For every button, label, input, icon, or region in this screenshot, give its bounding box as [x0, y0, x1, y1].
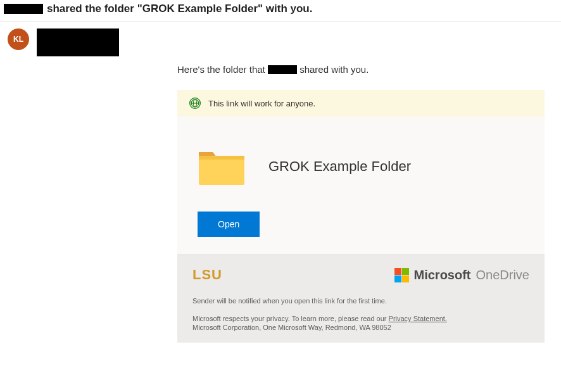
email-subject-bar: shared the folder "GROK Example Folder" …	[0, 0, 561, 22]
lsu-logo: LSU	[192, 267, 222, 283]
footer-logos: LSU Microsoft OneDrive	[192, 267, 529, 283]
subject-text: shared the folder "GROK Example Folder" …	[47, 3, 312, 15]
globe-icon	[189, 97, 201, 110]
banner-text: This link will work for anyone.	[208, 99, 315, 108]
corporate-address: Microsoft Corporation, One Microsoft Way…	[192, 324, 529, 331]
share-card: This link will work for anyone. GROK Exa…	[177, 90, 545, 343]
open-notification-notice: Sender will be notified when you open th…	[192, 297, 529, 305]
intro-line: Here's the folder that shared with you.	[177, 64, 545, 75]
svg-rect-4	[199, 156, 244, 185]
shared-item-row: GROK Example Folder	[198, 147, 524, 186]
email-subject: shared the folder "GROK Example Folder" …	[4, 3, 561, 15]
privacy-statement-link[interactable]: Privacy Statement.	[389, 315, 447, 322]
card-body: GROK Example Folder Open	[177, 117, 545, 255]
microsoft-icon	[394, 268, 409, 282]
email-header-row: KL	[0, 22, 561, 56]
open-button[interactable]: Open	[198, 212, 260, 237]
intro-after: shared with you.	[299, 64, 369, 75]
card-footer: LSU Microsoft OneDrive Sender will be no…	[177, 255, 545, 343]
link-scope-banner: This link will work for anyone.	[177, 90, 545, 117]
onedrive-word: OneDrive	[476, 268, 529, 282]
privacy-line: Microsoft respects your privacy. To lear…	[192, 315, 529, 322]
privacy-before: Microsoft respects your privacy. To lear…	[192, 315, 389, 322]
sender-avatar[interactable]: KL	[8, 28, 29, 50]
folder-icon	[198, 147, 246, 186]
shared-folder-name: GROK Example Folder	[268, 158, 411, 175]
email-body-column: Here's the folder that shared with you. …	[177, 64, 545, 343]
redacted-sender-details	[37, 28, 119, 56]
microsoft-word: Microsoft	[414, 268, 471, 282]
redacted-sharer-name	[268, 65, 297, 74]
svg-rect-5	[199, 156, 244, 160]
redacted-sender-name	[4, 4, 43, 14]
microsoft-onedrive-logo: Microsoft OneDrive	[394, 268, 529, 282]
intro-before: Here's the folder that	[177, 64, 268, 75]
